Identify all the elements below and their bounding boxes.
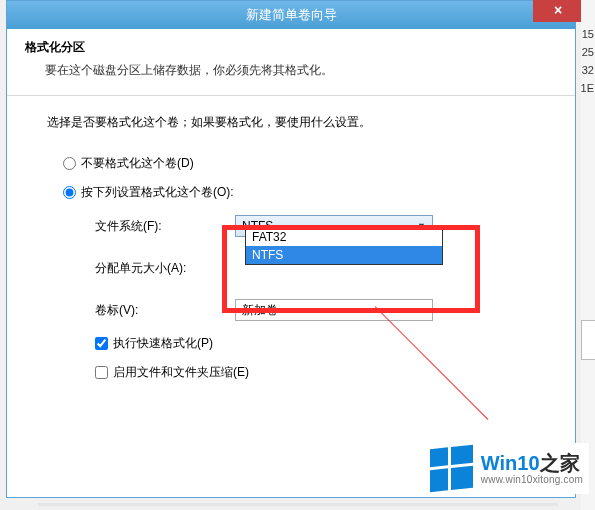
checkbox-compress[interactable] <box>95 366 108 379</box>
radio-no-format-label: 不要格式化这个卷(D) <box>81 155 194 172</box>
wm-url: www.win10xitong.com <box>481 474 583 485</box>
header-title: 格式化分区 <box>25 39 557 56</box>
edge-v2: 25 <box>582 46 594 58</box>
edge-v1: 15 <box>582 28 594 40</box>
wizard-content: 选择是否要格式化这个卷；如果要格式化，要使用什么设置。 不要格式化这个卷(D) … <box>7 96 575 411</box>
checkbox-quick[interactable] <box>95 337 108 350</box>
edge-v3: 32 <box>582 64 594 76</box>
close-button[interactable]: × <box>533 0 583 22</box>
background-fragment: 15 25 32 1E 明 <box>581 0 595 510</box>
radio-format-with[interactable]: 按下列设置格式化这个卷(O): <box>63 184 535 201</box>
row-volume: 卷标(V): 新加卷 <box>95 299 535 321</box>
check-compress[interactable]: 启用文件和文件夹压缩(E) <box>95 364 535 381</box>
filesystem-option-fat32[interactable]: FAT32 <box>246 228 442 246</box>
bottom-strip <box>38 503 558 506</box>
volume-label-input[interactable]: 新加卷 <box>235 299 433 321</box>
wm-brand-b: 之家 <box>540 452 580 474</box>
wizard-window: 新建简单卷向导 × 格式化分区 要在这个磁盘分区上储存数据，你必须先将其格式化。… <box>6 0 576 498</box>
label-alloc: 分配单元大小(A): <box>95 260 235 277</box>
close-icon: × <box>554 2 562 18</box>
filesystem-dropdown-list[interactable]: FAT32 NTFS <box>245 227 443 265</box>
check-quick-format[interactable]: 执行快速格式化(P) <box>95 335 535 352</box>
watermark: Win10之家 www.win10xitong.com <box>424 443 589 494</box>
wizard-header: 格式化分区 要在这个磁盘分区上储存数据，你必须先将其格式化。 <box>7 29 575 96</box>
title-text: 新建简单卷向导 <box>246 7 337 22</box>
windows-logo-icon <box>430 445 473 493</box>
checkbox-quick-label: 执行快速格式化(P) <box>113 335 213 352</box>
instruction-text: 选择是否要格式化这个卷；如果要格式化，要使用什么设置。 <box>47 114 535 131</box>
wm-brand-a: Win10 <box>481 452 540 474</box>
radio-format-with-label: 按下列设置格式化这个卷(O): <box>81 184 234 201</box>
edge-v4: 1E <box>581 82 594 94</box>
titlebar: 新建简单卷向导 × <box>7 1 575 29</box>
radio-no-format[interactable]: 不要格式化这个卷(D) <box>63 155 535 172</box>
radio-no-format-input[interactable] <box>63 157 76 170</box>
filesystem-option-ntfs[interactable]: NTFS <box>246 246 442 264</box>
label-filesystem: 文件系统(F): <box>95 218 235 235</box>
header-subtitle: 要在这个磁盘分区上储存数据，你必须先将其格式化。 <box>45 62 557 79</box>
label-volume: 卷标(V): <box>95 302 235 319</box>
radio-format-with-input[interactable] <box>63 186 76 199</box>
watermark-text: Win10之家 www.win10xitong.com <box>481 452 583 485</box>
checkbox-compress-label: 启用文件和文件夹压缩(E) <box>113 364 249 381</box>
background-panel-fragment <box>581 320 595 360</box>
